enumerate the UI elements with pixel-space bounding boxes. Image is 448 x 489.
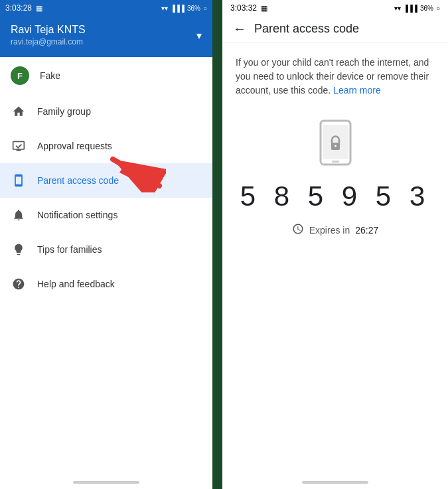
sidebar-label-fake: Fake (40, 70, 60, 81)
sidebar-label-tips-for-families: Tips for families (37, 244, 102, 255)
access-code: 5 8 5 9 5 3 (240, 180, 431, 212)
dropdown-arrow-icon[interactable]: ▾ (196, 29, 202, 42)
sidebar-label-family-group: Family group (37, 106, 91, 117)
sidebar-label-help-feedback: Help and feedback (37, 279, 115, 289)
dark-separator (212, 0, 222, 489)
calendar-icon-right: ▦ (261, 4, 267, 13)
learn-more-link[interactable]: Learn more (333, 85, 381, 96)
clock-icon (292, 223, 304, 238)
left-panel: 3:03:28 ▦ ▾▾ ▐▐▐ 36% ○ Ravi Teja KNTS ra… (0, 0, 212, 489)
lightbulb-icon (11, 242, 27, 257)
status-time-left: 3:03:28 (5, 3, 32, 13)
sidebar-item-approval-requests[interactable]: Approval requests (0, 129, 212, 163)
battery-icon-left: ○ (203, 5, 207, 12)
content-area: If you or your child can't reach the int… (222, 42, 448, 476)
signal-icon-right: ▐▐▐ (404, 5, 417, 12)
battery-icon-right: ○ (436, 5, 440, 12)
back-button[interactable]: ← (233, 21, 246, 36)
sidebar-label-notification-settings: Notification settings (37, 210, 117, 220)
approval-icon (11, 138, 27, 154)
description-text: If you or your child can't reach the int… (236, 56, 435, 98)
sidebar-label-approval-requests: Approval requests (37, 141, 112, 151)
status-bar-left: 3:03:28 ▦ ▾▾ ▐▐▐ 36% ○ (0, 0, 212, 16)
sidebar-item-parent-access-code[interactable]: Parent access code (0, 163, 212, 198)
signal-icon: ▐▐▐ (171, 5, 185, 12)
top-bar: ← Parent access code (222, 16, 448, 42)
user-header: Ravi Teja KNTS ravi.teja@gmail.com ▾ (0, 16, 212, 57)
sidebar-label-parent-access-code: Parent access code (37, 175, 119, 186)
status-time-right: 3:03:32 (230, 3, 257, 13)
bottom-bar-left (0, 476, 212, 489)
user-name: Ravi Teja KNTS (11, 24, 86, 36)
sidebar-item-fake[interactable]: F Fake (0, 57, 212, 94)
status-icons-left: ▾▾ ▐▐▐ 36% ○ (161, 5, 207, 12)
svg-point-4 (335, 145, 336, 147)
user-email: ravi.teja@gmail.com (11, 37, 86, 46)
battery-text-left: 36% (187, 5, 200, 12)
avatar-fake: F (11, 66, 29, 85)
status-icons-right: ▾▾ ▐▐▐ 36% ○ (394, 5, 440, 12)
smartphone-icon (11, 173, 27, 188)
wifi-icon: ▾▾ (161, 5, 168, 12)
svg-rect-2 (323, 125, 348, 159)
description-main: If you or your child can't reach the int… (236, 57, 429, 96)
status-bar-right: 3:03:32 ▦ ▾▾ ▐▐▐ 36% ○ (222, 0, 448, 16)
home-icon (11, 104, 27, 119)
sidebar-item-help-feedback[interactable]: Help and feedback (0, 267, 212, 301)
right-panel: 3:03:32 ▦ ▾▾ ▐▐▐ 36% ○ ← Parent access c… (222, 0, 448, 489)
battery-text-right: 36% (420, 5, 433, 12)
bottom-bar-right (222, 476, 448, 489)
page-title: Parent access code (254, 22, 359, 36)
notifications-icon (11, 207, 27, 223)
wifi-icon-right: ▾▾ (394, 5, 401, 12)
help-icon (11, 276, 27, 292)
svg-rect-5 (332, 161, 339, 163)
home-indicator-left (73, 481, 139, 484)
user-info: Ravi Teja KNTS ravi.teja@gmail.com (11, 24, 86, 46)
home-indicator-right (302, 481, 368, 484)
menu-list: F Fake Family group Approval requests Pa… (0, 57, 212, 476)
sidebar-item-tips-for-families[interactable]: Tips for families (0, 232, 212, 267)
phone-lock-icon (315, 117, 355, 167)
sidebar-item-notification-settings[interactable]: Notification settings (0, 198, 212, 232)
expires-time: 26:27 (355, 225, 378, 236)
expires-row: Expires in 26:27 (292, 223, 379, 238)
calendar-icon: ▦ (36, 4, 42, 13)
sidebar-item-family-group[interactable]: Family group (0, 94, 212, 129)
expires-label: Expires in (309, 225, 350, 236)
